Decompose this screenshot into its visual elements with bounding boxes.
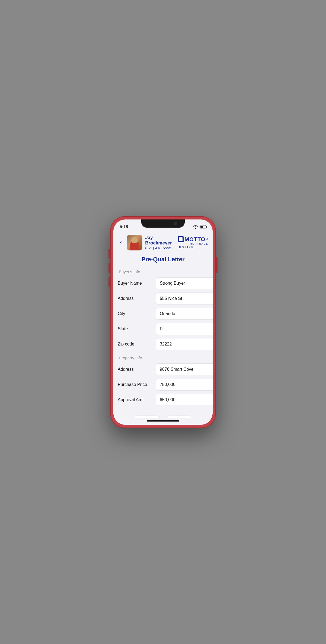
purchase-price-label: Purchase Price (118, 382, 156, 387)
status-icons (193, 225, 206, 229)
buyer-name-label: Buyer Name (118, 281, 156, 286)
approval-amt-input[interactable] (156, 394, 213, 406)
battery-icon (200, 225, 206, 228)
form-row-buyer-city: City (118, 308, 208, 320)
page-title: Pre-Qual Letter (113, 254, 213, 267)
form-row-buyer-zip: Zip code (118, 338, 208, 350)
avatar-image (127, 235, 142, 250)
camera-dot (174, 222, 177, 225)
agent-header: ‹ Jay Brockmeyer (321) 418-6555 MOTTO ® (113, 231, 213, 254)
property-info-form: Address Purchase Price Approval Amt (113, 363, 213, 406)
property-address-input[interactable] (156, 363, 213, 375)
motto-logo-box: MOTTO ® (178, 236, 209, 243)
action-buttons: Clear Save (113, 409, 213, 418)
buyer-address-input[interactable] (156, 293, 213, 304)
buyer-state-label: State (118, 326, 156, 331)
agent-phone: (321) 418-6555 (145, 246, 175, 250)
wifi-icon (193, 225, 198, 229)
home-indicator (113, 418, 213, 425)
form-row-purchase-price: Purchase Price (118, 379, 208, 391)
motto-logo: MOTTO ® MORTGAGE INSPIRE (178, 236, 209, 249)
form-row-approval-amt: Approval Amt (118, 394, 208, 406)
phone-notch (141, 219, 185, 228)
motto-text: MOTTO (185, 236, 206, 243)
property-info-section-label: Property Info (113, 353, 213, 363)
motto-mortgage-label: MORTGAGE (178, 243, 209, 245)
form-row-buyer-address: Address (118, 293, 208, 304)
scroll-content[interactable]: ‹ Jay Brockmeyer (321) 418-6555 MOTTO ® (113, 231, 213, 418)
buyers-info-form: Buyer Name Address City State Zip code (113, 277, 213, 350)
phone-screen: 9:15 ‹ Jay Brockmey (113, 219, 213, 425)
buyer-city-label: City (118, 311, 156, 316)
clear-button[interactable]: Clear (133, 416, 160, 418)
motto-square-icon (178, 236, 184, 242)
agent-name: Jay Brockmeyer (145, 235, 175, 246)
phone-device: 9:15 ‹ Jay Brockmey (110, 216, 216, 428)
buyer-city-input[interactable] (156, 308, 213, 320)
buyers-info-section-label: Buyer's Info (113, 267, 213, 277)
status-time: 9:15 (120, 224, 128, 229)
home-bar (147, 420, 179, 422)
motto-inspire-label: INSPIRE (178, 246, 194, 249)
approval-amt-label: Approval Amt (118, 397, 156, 402)
save-button[interactable]: Save (166, 416, 193, 418)
buyer-zip-label: Zip code (118, 342, 156, 347)
form-row-property-address: Address (118, 363, 208, 375)
agent-avatar (127, 235, 142, 250)
form-row-buyer-name: Buyer Name (118, 277, 208, 289)
buyer-address-label: Address (118, 296, 156, 301)
property-address-label: Address (118, 367, 156, 372)
purchase-price-input[interactable] (156, 379, 213, 391)
agent-info: Jay Brockmeyer (321) 418-6555 (145, 235, 175, 250)
buyer-state-input[interactable] (156, 323, 213, 335)
form-row-buyer-state: State (118, 323, 208, 335)
buyer-name-input[interactable] (156, 277, 213, 289)
back-button[interactable]: ‹ (118, 238, 124, 247)
buyer-zip-input[interactable] (156, 338, 213, 350)
